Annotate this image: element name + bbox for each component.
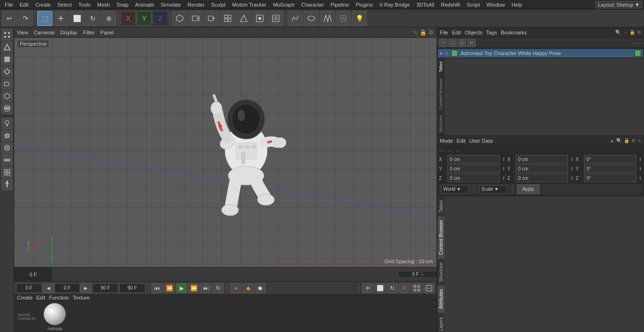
sculpt-smooth[interactable] <box>1 142 13 154</box>
grid-pb[interactable] <box>411 283 422 293</box>
play-preview[interactable] <box>204 11 219 26</box>
mode-edges[interactable] <box>1 41 13 53</box>
pos-y-field[interactable]: 0 cm <box>447 164 500 173</box>
undo-button[interactable]: ↩ <box>2 11 17 26</box>
obj-arrow-icon[interactable]: → <box>623 30 627 35</box>
obj-rtab-structure[interactable]: Structure <box>438 113 445 136</box>
attr-settings-icon[interactable]: ⚙ <box>631 138 636 143</box>
menu-help[interactable]: Help <box>509 1 525 8</box>
scale-x-field[interactable]: 0° <box>584 155 636 163</box>
menu-render[interactable]: Render <box>185 1 207 8</box>
material-menu-function[interactable]: Function <box>49 295 69 300</box>
frame-end-arrows[interactable]: ⇅ <box>420 272 424 277</box>
step-back[interactable]: ⏪ <box>164 283 175 293</box>
rtab-layers[interactable]: Layers <box>438 313 445 332</box>
loop-btn[interactable]: ↻ <box>213 283 224 293</box>
rot-z-field[interactable]: 0 cm <box>516 174 568 182</box>
apply-button[interactable]: Apply <box>517 185 539 194</box>
obj-settings-icon[interactable]: ⚙ <box>637 30 641 35</box>
viewport-icon-settings[interactable]: ⚙ <box>429 29 434 36</box>
scale-x-arrow[interactable]: ⬆ <box>638 157 642 162</box>
go-to-start[interactable]: ⏮ <box>151 283 163 293</box>
menu-snap[interactable]: Snap <box>114 1 132 8</box>
menu-redshift[interactable]: Redshift <box>438 1 462 8</box>
scale-tool[interactable]: ⬜ <box>69 11 84 26</box>
attr-menu-userdata[interactable]: User Data <box>470 138 493 144</box>
viewport-menu-display[interactable]: Display <box>60 30 77 35</box>
scale-pb[interactable]: ⬜ <box>374 283 386 293</box>
mode-poly[interactable] <box>1 54 13 65</box>
obj-tb-3[interactable]: ◫ <box>458 39 466 47</box>
frame-down-btn[interactable]: ◄ <box>43 283 54 293</box>
mode-uvw[interactable] <box>1 66 13 77</box>
menu-plugins[interactable]: Plugins <box>353 1 375 8</box>
scale-z-field[interactable]: 0° <box>584 174 636 182</box>
light-btn[interactable]: 💡 <box>352 11 367 26</box>
material-preview[interactable] <box>43 303 66 325</box>
obj-tb-1[interactable]: ≡ <box>439 39 447 47</box>
menu-edit[interactable]: Edit <box>17 1 32 8</box>
rot-y-arrow[interactable]: ⬆ <box>570 166 574 171</box>
menu-character[interactable]: Character <box>298 1 327 8</box>
material-menu-texture[interactable]: Texture <box>73 295 90 300</box>
move-pb[interactable]: ✛ <box>362 283 373 293</box>
obj-search-icon[interactable]: 🔍 <box>615 30 621 35</box>
pos-x-field[interactable]: 0 cm <box>447 155 500 163</box>
x-axis[interactable]: X <box>121 11 136 26</box>
deformer-btn[interactable] <box>304 11 319 26</box>
attr-arrow-up[interactable]: ▲ <box>610 138 614 143</box>
current-frame-field[interactable]: 0 F <box>54 283 80 293</box>
mode-scene[interactable] <box>1 90 13 102</box>
mode-object[interactable] <box>1 78 13 89</box>
menu-sculpt[interactable]: Sculpt <box>208 1 229 8</box>
redo-button[interactable]: ↷ <box>18 11 33 26</box>
obj-menu-edit[interactable]: Edit <box>452 30 461 35</box>
record-pb[interactable]: P <box>399 283 410 293</box>
obj-menu-file[interactable]: File <box>440 30 448 35</box>
obj-menu-objects[interactable]: Objects <box>465 30 482 35</box>
menu-window[interactable]: Window <box>484 1 508 8</box>
obj-tb-4[interactable]: ⊞ <box>467 39 476 47</box>
world-dropdown[interactable]: World ▼ <box>441 185 469 194</box>
start-frame-field[interactable]: 0 F <box>16 283 42 293</box>
transform-tool[interactable]: ⊕ <box>101 11 116 26</box>
obj-menu-bookmarks[interactable]: Bookmarks <box>501 30 527 35</box>
record-keyframe[interactable]: ◆ <box>242 283 254 293</box>
menu-select[interactable]: Select <box>55 1 75 8</box>
menu-3dtoall[interactable]: 3DToAll <box>413 1 437 8</box>
menu-animate[interactable]: Animate <box>132 1 157 8</box>
field-btn[interactable] <box>336 11 351 26</box>
render-btn[interactable] <box>236 11 251 26</box>
attr-search-icon[interactable]: 🔍 <box>616 138 622 143</box>
obj-rtab-takes[interactable]: Takes <box>438 58 445 75</box>
camera-roll[interactable] <box>188 11 203 26</box>
anim-pb[interactable] <box>423 283 435 293</box>
z-axis[interactable]: Z <box>153 11 168 26</box>
sculpt-inflate[interactable] <box>1 130 13 141</box>
obj-menu-tags[interactable]: Tags <box>486 30 497 35</box>
scale-z-arrow[interactable]: ⬆ <box>638 176 642 181</box>
obj-tag[interactable] <box>635 50 641 57</box>
rot-z-arrow[interactable]: ⬆ <box>570 176 574 181</box>
rot-x-field[interactable]: 0 cm <box>516 155 568 163</box>
rot-x-arrow[interactable]: ⬆ <box>570 157 574 162</box>
rotate-tool[interactable]: ↻ <box>85 11 100 26</box>
step-forward[interactable]: ⏩ <box>188 283 199 293</box>
menu-motion-tracker[interactable]: Motion Tracker <box>229 1 269 8</box>
mode-points[interactable] <box>1 29 13 40</box>
obj-expand-icon[interactable]: ▶ <box>440 51 443 56</box>
menu-tools[interactable]: Tools <box>75 1 93 8</box>
rigging-tool[interactable] <box>1 179 13 190</box>
rtab-attributes[interactable]: Attributes <box>438 285 445 313</box>
menu-pipeline[interactable]: Pipeline <box>328 1 352 8</box>
obj-rtab-browser[interactable]: Content Browser <box>438 75 445 113</box>
rot-y-field[interactable]: 0 cm <box>516 164 568 173</box>
viewport-menu-cameras[interactable]: Cameras <box>34 30 55 35</box>
layout-dropdown[interactable]: Layout: Startup ▼ <box>595 1 642 8</box>
menu-file[interactable]: File <box>2 1 16 8</box>
menu-simulate[interactable]: Simulate <box>158 1 184 8</box>
interactive-render[interactable] <box>252 11 267 26</box>
material-item[interactable]: Astrona <box>43 303 66 331</box>
rtab-structure[interactable]: Structure <box>438 259 445 286</box>
obj-tb-2[interactable]: ⬡ <box>448 39 457 47</box>
